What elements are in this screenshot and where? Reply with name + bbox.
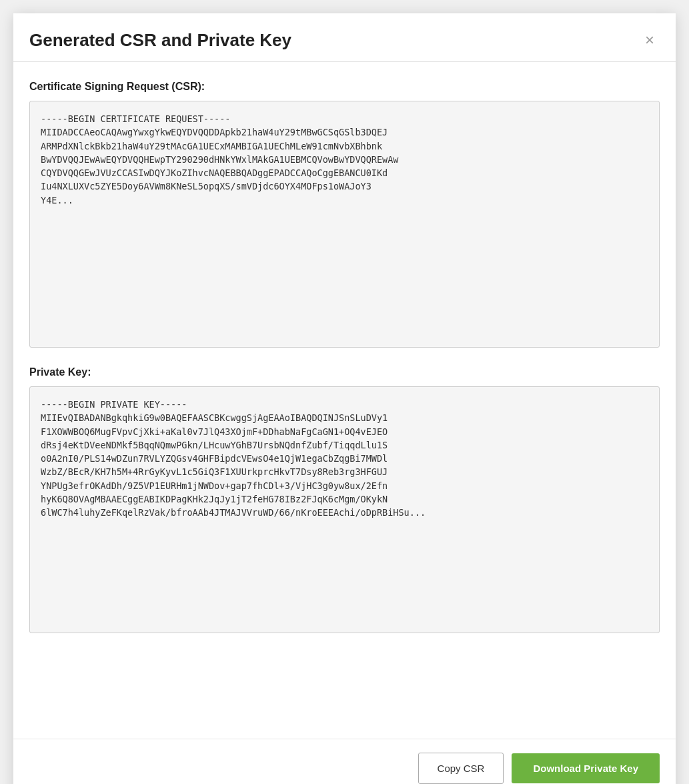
modal-header: Generated CSR and Private Key × <box>13 13 676 62</box>
modal-title: Generated CSR and Private Key <box>29 30 291 51</box>
csr-section-label: Certificate Signing Request (CSR): <box>29 81 660 93</box>
private-key-textarea-container <box>29 386 660 633</box>
modal-container: Generated CSR and Private Key × Certific… <box>13 13 676 784</box>
modal-footer: Copy CSR Download Private Key <box>13 739 676 784</box>
csr-textarea-container <box>29 101 660 348</box>
private-key-textarea[interactable] <box>30 387 659 633</box>
download-private-key-button[interactable]: Download Private Key <box>512 753 660 783</box>
private-key-section-label: Private Key: <box>29 366 660 378</box>
close-button[interactable]: × <box>640 29 660 51</box>
copy-csr-button[interactable]: Copy CSR <box>418 753 504 784</box>
csr-textarea[interactable] <box>30 101 659 347</box>
modal-body: Certificate Signing Request (CSR): Priva… <box>13 62 676 739</box>
private-key-section: Private Key: <box>29 366 660 633</box>
